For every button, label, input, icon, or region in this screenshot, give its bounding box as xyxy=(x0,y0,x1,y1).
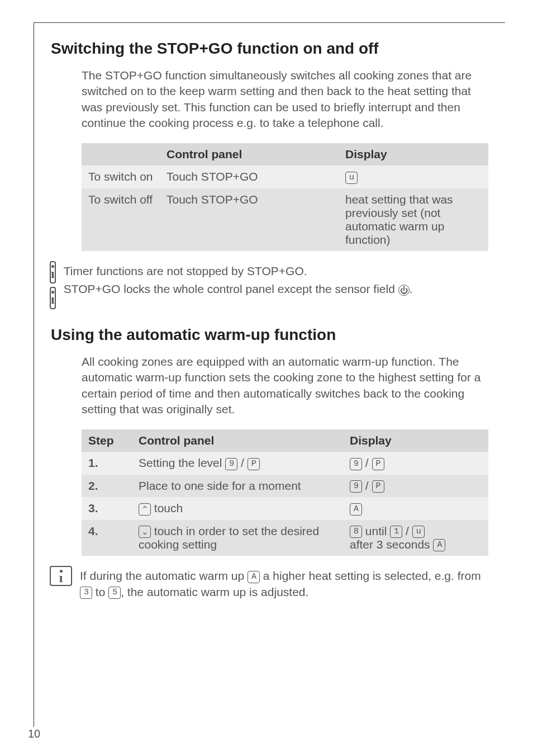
info-pre: If during the automatic warm up xyxy=(80,569,248,582)
cp-post: touch xyxy=(151,502,183,514)
col-display: Display xyxy=(339,143,488,166)
display-a-icon: A xyxy=(433,539,445,551)
col-step: Step xyxy=(82,429,132,452)
info2-pre: STOP+GO locks the whole control panel ex… xyxy=(64,282,398,295)
info-icon: ı xyxy=(50,261,56,284)
up-arrow-icon: ⌃ xyxy=(139,503,151,516)
cell-display: A xyxy=(343,497,488,519)
display-8-icon: 8 xyxy=(350,526,362,538)
table-row: 1. Setting the level 9 / P 9 / P xyxy=(82,452,488,474)
table-row: To switch on Touch STOP+GO u xyxy=(82,166,488,188)
info-icon: ı xyxy=(50,287,56,309)
info-text: Timer functions are not stopped by STOP+… xyxy=(64,261,488,279)
section2-intro: All cooking zones are equipped with an a… xyxy=(82,354,488,417)
cell-display: u xyxy=(339,166,488,188)
cell-step: 3. xyxy=(82,497,132,519)
table-row: 2. Place to one side for a moment 9 / P xyxy=(82,475,488,497)
cell-step: 4. xyxy=(82,520,132,556)
sep: / xyxy=(237,456,248,469)
warmup-table: Step Control panel Display 1. Setting th… xyxy=(82,429,488,556)
cell-action: To switch on xyxy=(82,166,160,188)
cell-control: ⌃ touch xyxy=(132,497,343,519)
info-post: , the automatic warm up is adjusted. xyxy=(121,585,308,598)
power-icon: ⏻ xyxy=(398,285,410,296)
info-mid2: to xyxy=(92,585,108,598)
cell-action: To switch off xyxy=(82,188,160,251)
display-u-icon: u xyxy=(412,526,425,538)
stopgo-table: Control panel Display To switch on Touch… xyxy=(82,143,488,251)
section2-heading: Using the automatic warm-up function xyxy=(51,326,488,344)
table-row: 4. ⌄ touch in order to set the desired c… xyxy=(82,520,488,556)
display-9-icon: 9 xyxy=(350,480,362,493)
info-note: ı If during the automatic warm up A a hi… xyxy=(50,566,488,600)
display-p-icon: P xyxy=(372,458,384,470)
keepwarm-icon: u xyxy=(345,172,358,184)
display-a-icon: A xyxy=(350,503,362,516)
info-text: STOP+GO locks the whole control panel ex… xyxy=(64,279,488,297)
cell-step: 2. xyxy=(82,475,132,497)
cell-display: 9 / P xyxy=(343,475,488,497)
sep: / xyxy=(362,479,372,492)
cell-control: Touch STOP+GO xyxy=(160,188,339,251)
table-header-row: Control panel Display xyxy=(82,143,488,166)
page-number: 10 xyxy=(28,727,40,740)
col-blank xyxy=(82,143,160,166)
cell-control: Place to one side for a moment xyxy=(132,475,343,497)
cell-display: 9 / P xyxy=(343,452,488,474)
display-9-icon: 9 xyxy=(350,458,362,470)
col-control-panel: Control panel xyxy=(160,143,339,166)
level-9-icon: 9 xyxy=(225,458,237,470)
table-header-row: Step Control panel Display xyxy=(82,429,488,452)
cell-control: ⌄ touch in order to set the desired cook… xyxy=(132,520,343,556)
display-1-icon: 1 xyxy=(390,526,402,538)
info-note: ı ı Timer functions are not stopped by S… xyxy=(50,261,488,309)
level-3-icon: 3 xyxy=(80,587,92,599)
sep: / xyxy=(362,456,372,469)
col-control-panel: Control panel xyxy=(132,429,343,452)
section1-heading: Switching the STOP+GO function on and of… xyxy=(51,40,488,58)
display-a-icon: A xyxy=(248,571,260,583)
cp-post: touch in order to set the desired cookin… xyxy=(139,525,319,551)
page-frame: Switching the STOP+GO function on and of… xyxy=(34,22,505,727)
disp-line2-pre: after 3 seconds xyxy=(350,538,433,551)
info-mid1: a higher heat setting is selected, e.g. … xyxy=(260,569,481,582)
level-p-icon: P xyxy=(248,458,260,470)
cell-display: heat setting that was previously set (no… xyxy=(339,188,488,251)
col-display: Display xyxy=(343,429,488,452)
cell-control: Touch STOP+GO xyxy=(160,166,339,188)
section1-intro: The STOP+GO function simultaneously swit… xyxy=(82,68,488,131)
info2-post: . xyxy=(410,282,413,295)
cp-pre: Setting the level xyxy=(139,456,225,469)
down-arrow-icon: ⌄ xyxy=(139,526,151,538)
cell-display: 8 until 1 / u after 3 seconds A xyxy=(343,520,488,556)
table-row: To switch off Touch STOP+GO heat setting… xyxy=(82,188,488,251)
cell-control: Setting the level 9 / P xyxy=(132,452,343,474)
info-icon: ı xyxy=(50,566,72,586)
table-row: 3. ⌃ touch A xyxy=(82,497,488,519)
level-5-icon: 5 xyxy=(108,587,121,599)
info-text: If during the automatic warm up A a high… xyxy=(80,566,488,600)
display-p-icon: P xyxy=(372,480,384,493)
cell-step: 1. xyxy=(82,452,132,474)
